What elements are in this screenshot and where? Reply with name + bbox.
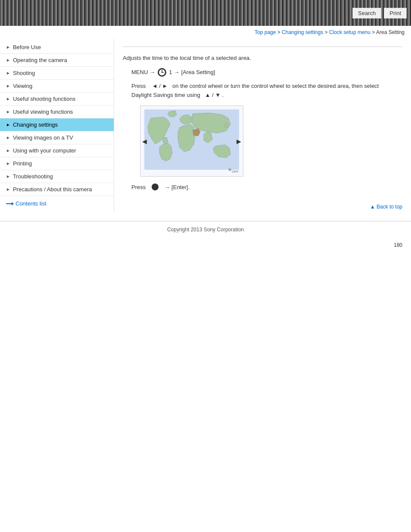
arrow-icon: ► — [6, 122, 10, 127]
header: Search Print — [0, 0, 411, 26]
sidebar-item-label: Useful viewing functions — [13, 109, 73, 115]
arrow-icon: ► — [6, 187, 10, 192]
sidebar-item-label: Printing — [13, 160, 32, 167]
arrow-icon: ► — [6, 148, 10, 153]
sidebar-item-label: Before Use — [13, 44, 41, 50]
arrow-icon: ► — [6, 96, 10, 101]
breadcrumb-changing-settings[interactable]: Changing settings — [282, 29, 323, 35]
instruction-prefix: Press — [131, 83, 146, 89]
svg-point-4 — [162, 72, 162, 73]
sidebar-item-label: Changing settings — [13, 121, 58, 128]
contents-list-label[interactable]: Contents list — [16, 200, 47, 207]
page-number: 180 — [0, 238, 411, 248]
contents-list-arrow-icon — [6, 201, 14, 206]
footer: Copyright 2013 Sony Corporation — [0, 221, 411, 238]
daylight-period: . — [222, 92, 224, 98]
daylight-text: Daylight Savings time using — [131, 92, 200, 98]
sidebar-item-label: Shooting — [13, 70, 35, 76]
menu-path: MENU → 1 → [Area Setting] — [131, 68, 402, 77]
instruction-body: on the control wheel or turn the control… — [172, 83, 379, 89]
dst-indicator: ✳OFF — [228, 167, 239, 174]
sidebar-item-label: Troubleshooting — [13, 173, 53, 180]
menu-icon — [158, 68, 166, 77]
print-button[interactable]: Print — [384, 8, 407, 19]
arrow-icon: ► — [6, 58, 10, 62]
main-content: Adjusts the time to the local time of a … — [114, 39, 411, 221]
sidebar-item-printing[interactable]: ► Printing — [0, 157, 114, 170]
map-left-arrow[interactable]: ◀ — [142, 138, 147, 145]
back-to-top-row: ▲ Back to top — [123, 199, 402, 212]
icon-number: 1 — [169, 69, 172, 75]
sidebar-item-useful-shooting[interactable]: ► Useful shooting functions — [0, 93, 114, 106]
arrow-icon: ► — [6, 135, 10, 140]
arrow-2: → — [174, 69, 180, 75]
left-right-controls: ◄ / ► — [152, 83, 168, 89]
snowflake-icon: ✳ — [228, 167, 232, 172]
sidebar-item-operating-camera[interactable]: ► Operating the camera — [0, 54, 114, 67]
clock-icon — [158, 68, 166, 77]
sidebar-item-label: Useful shooting functions — [13, 96, 75, 102]
world-map-container: ◀ ▶ — [140, 106, 243, 177]
press-enter-line: Press → [Enter]. — [131, 184, 402, 190]
bracket-text: [Area Setting] — [181, 69, 215, 75]
back-to-top-triangle-icon: ▲ — [370, 204, 375, 210]
up-down-controls: ▲ / ▼ — [205, 92, 221, 98]
sidebar-item-troubleshooting[interactable]: ► Troubleshooting — [0, 170, 114, 183]
arrow-icon: ► — [6, 109, 10, 114]
arrow-icon: ► — [6, 71, 10, 75]
svg-point-6 — [153, 184, 158, 190]
breadcrumb-current-page: Area Setting — [376, 29, 405, 35]
sidebar-item-before-use[interactable]: ► Before Use — [0, 41, 114, 54]
sidebar-item-precautions[interactable]: ► Precautions / About this camera — [0, 183, 114, 196]
arrow-icon: ► — [6, 161, 10, 166]
arrow-icon: ► — [6, 45, 10, 50]
sidebar-item-shooting[interactable]: ► Shooting — [0, 67, 114, 80]
contents-list-link[interactable]: Contents list — [0, 196, 114, 211]
press-text: Press — [131, 184, 146, 190]
sidebar: ► Before Use ► Operating the camera ► Sh… — [0, 39, 114, 211]
map-right-arrow[interactable]: ▶ — [237, 138, 241, 145]
breadcrumb-top-page[interactable]: Top page — [255, 29, 276, 35]
page-number-value: 180 — [394, 242, 402, 248]
world-map-svg — [144, 109, 239, 174]
arrow-1: → — [149, 69, 155, 75]
top-separator — [123, 47, 402, 47]
menu-text: MENU — [131, 69, 148, 75]
sidebar-item-label: Viewing images on a TV — [13, 134, 73, 141]
back-to-top-label: Back to top — [377, 204, 402, 210]
search-button[interactable]: Search — [352, 8, 381, 19]
arrow-icon: ► — [6, 174, 10, 179]
sidebar-item-changing-settings[interactable]: ► Changing settings — [0, 118, 114, 131]
sidebar-item-viewing-images-tv[interactable]: ► Viewing images on a TV — [0, 131, 114, 144]
description-text: Adjusts the time to the local time of a … — [123, 54, 402, 63]
sidebar-item-label: Viewing — [13, 83, 32, 89]
breadcrumb-clock-setup-menu[interactable]: Clock setup menu — [329, 29, 371, 35]
sidebar-item-using-computer[interactable]: ► Using with your computer — [0, 144, 114, 157]
copyright-text: Copyright 2013 Sony Corporation — [167, 227, 244, 233]
sidebar-item-label: Using with your computer — [13, 147, 76, 154]
arrow-icon: ► — [6, 84, 10, 88]
sidebar-item-viewing[interactable]: ► Viewing — [0, 80, 114, 93]
back-to-top-link[interactable]: ▲ Back to top — [370, 204, 402, 210]
enter-button-icon — [152, 184, 159, 190]
press-enter-suffix: → [Enter]. — [164, 184, 190, 190]
sidebar-item-label: Operating the camera — [13, 57, 67, 63]
breadcrumb: Top page > Changing settings > Clock set… — [0, 26, 411, 39]
sidebar-item-label: Precautions / About this camera — [13, 186, 92, 193]
sidebar-item-useful-viewing[interactable]: ► Useful viewing functions — [0, 106, 114, 118]
page-layout: ► Before Use ► Operating the camera ► Sh… — [0, 39, 411, 221]
instruction: Press ◄ / ► on the control wheel or turn… — [131, 82, 402, 100]
